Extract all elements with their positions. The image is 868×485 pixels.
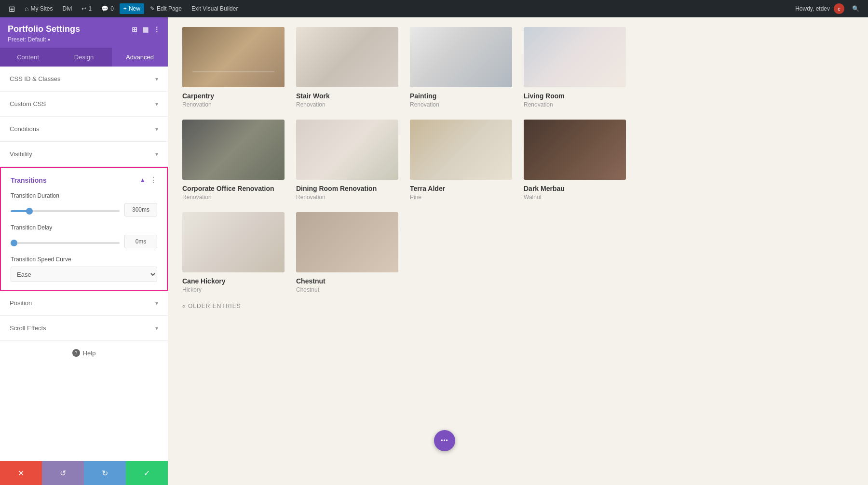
- chevron-down-icon: ▾: [155, 101, 158, 108]
- undo-button[interactable]: ↺: [42, 461, 84, 485]
- save-icon: ✓: [144, 469, 150, 478]
- portfolio-image: [524, 27, 626, 87]
- new-button[interactable]: + New: [120, 3, 144, 14]
- duration-row: 300ms: [11, 203, 157, 216]
- tab-advanced[interactable]: Advanced: [112, 48, 168, 67]
- older-entries-link[interactable]: « OLDER ENTRIES: [182, 303, 854, 310]
- howdy-text: Howdy, etdev: [795, 5, 830, 12]
- portfolio-image: [410, 120, 512, 180]
- section-custom-css[interactable]: Custom CSS ▾: [0, 92, 168, 117]
- more-options-icon[interactable]: ⋮: [149, 175, 157, 185]
- preset-arrow-icon: ▾: [48, 37, 50, 42]
- portfolio-image: [296, 212, 398, 272]
- portfolio-image: [296, 120, 398, 180]
- chevron-down-icon: ▾: [155, 325, 158, 332]
- section-transitions: Transitions ▲ ⋮ Transition Duration 300m…: [0, 167, 168, 291]
- section-conditions[interactable]: Conditions ▾: [0, 117, 168, 142]
- fab-icon: •••: [441, 437, 448, 444]
- transitions-header: Transitions ▲ ⋮: [11, 175, 157, 185]
- portfolio-grid: Carpentry Renovation Stair Work Renovati…: [182, 27, 626, 293]
- chevron-down-icon: ▾: [155, 126, 158, 133]
- transitions-controls: ▲ ⋮: [139, 175, 157, 185]
- chevron-down-icon: ▾: [155, 300, 158, 307]
- portfolio-item-corporate[interactable]: Corporate Office Renovation Renovation: [182, 120, 285, 201]
- sidebar-tabs: Content Design Advanced: [0, 48, 168, 67]
- sidebar-bottom: ✕ ↺ ↻ ✓: [0, 461, 168, 485]
- fab-button[interactable]: •••: [434, 430, 455, 451]
- redo-button[interactable]: ↻: [84, 461, 126, 485]
- main-content: Carpentry Renovation Stair Work Renovati…: [168, 17, 868, 485]
- chevron-down-icon: ▾: [155, 76, 158, 82]
- sidebar-header-icons: ⊞ ▦ ⋮: [132, 26, 160, 33]
- portfolio-image: [182, 27, 285, 87]
- portfolio-image: [410, 27, 512, 87]
- section-scroll-effects[interactable]: Scroll Effects ▾: [0, 316, 168, 341]
- tab-design[interactable]: Design: [56, 48, 112, 67]
- delay-row: 0ms: [11, 235, 157, 248]
- my-sites-link[interactable]: ⌂ My Sites: [21, 3, 56, 14]
- layout-icon[interactable]: ⊞: [132, 26, 137, 33]
- sidebar-title: Portfolio Settings ⊞ ▦ ⋮: [8, 24, 160, 34]
- topbar-right: Howdy, etdev e 🔍: [795, 3, 863, 14]
- home-icon: ⌂: [25, 5, 28, 13]
- exit-builder-link[interactable]: Exit Visual Builder: [188, 3, 242, 14]
- portfolio-image: [182, 212, 285, 272]
- tab-content[interactable]: Content: [0, 48, 56, 67]
- avatar: e: [834, 3, 844, 14]
- portfolio-image: [296, 27, 398, 87]
- portfolio-item-painting[interactable]: Painting Renovation: [410, 27, 512, 108]
- portfolio-image: [524, 120, 626, 180]
- messages-count[interactable]: 💬 0: [97, 3, 118, 14]
- redo-icon: ↻: [102, 469, 108, 478]
- delay-value-input[interactable]: 0ms: [124, 235, 157, 248]
- portfolio-item-dark[interactable]: Dark Merbau Walnut: [524, 120, 626, 201]
- chevron-up-icon[interactable]: ▲: [139, 176, 146, 184]
- save-button[interactable]: ✓: [126, 461, 168, 485]
- portfolio-image: [182, 120, 285, 180]
- delay-slider[interactable]: [11, 242, 120, 244]
- edit-page-link[interactable]: ✎ Edit Page: [146, 3, 186, 14]
- search-button[interactable]: 🔍: [848, 3, 863, 14]
- comment-icon: ↩: [81, 5, 86, 12]
- portfolio-item-carpentry[interactable]: Carpentry Renovation: [182, 27, 285, 108]
- portfolio-item-terra[interactable]: Terra Alder Pine: [410, 120, 512, 201]
- grid-icon[interactable]: ▦: [142, 26, 149, 33]
- comments-count[interactable]: ↩ 1: [78, 3, 95, 14]
- delay-label: Transition Delay: [11, 224, 157, 231]
- sidebar-header: Portfolio Settings ⊞ ▦ ⋮ Preset: Default…: [0, 17, 168, 48]
- divi-link[interactable]: Divi: [58, 3, 76, 14]
- undo-icon: ↺: [60, 469, 66, 478]
- more-icon[interactable]: ⋮: [153, 26, 160, 33]
- chevron-down-icon: ▾: [155, 151, 158, 158]
- section-css-id-classes[interactable]: CSS ID & Classes ▾: [0, 67, 168, 92]
- sidebar-content: CSS ID & Classes ▾ Custom CSS ▾ Conditio…: [0, 67, 168, 461]
- topbar: ⊞ ⌂ My Sites Divi ↩ 1 💬 0 + New ✎ Edit P…: [0, 0, 868, 17]
- duration-slider[interactable]: [11, 210, 120, 212]
- help-link[interactable]: ? Help: [8, 349, 160, 357]
- plus-icon: +: [123, 5, 127, 12]
- portfolio-item-chestnut[interactable]: Chestnut Chestnut: [296, 212, 398, 293]
- cancel-icon: ✕: [18, 469, 24, 478]
- preset-selector[interactable]: Preset: Default ▾: [8, 36, 160, 43]
- wp-icon[interactable]: ⊞: [5, 2, 19, 15]
- duration-slider-wrapper: [11, 205, 120, 214]
- speed-curve-select[interactable]: Ease Linear Ease In Ease Out Ease In Out: [11, 267, 157, 282]
- section-position[interactable]: Position ▾: [0, 291, 168, 316]
- portfolio-item-cane[interactable]: Cane Hickory Hickory: [182, 212, 285, 293]
- pencil-icon: ✎: [150, 5, 155, 12]
- duration-label: Transition Duration: [11, 192, 157, 199]
- help-icon: ?: [72, 349, 80, 357]
- portfolio-item-living[interactable]: Living Room Renovation: [524, 27, 626, 108]
- portfolio-item-stairwork[interactable]: Stair Work Renovation: [296, 27, 398, 108]
- search-icon: 🔍: [852, 5, 859, 12]
- section-visibility[interactable]: Visibility ▾: [0, 142, 168, 167]
- cancel-button[interactable]: ✕: [0, 461, 42, 485]
- sidebar-help: ? Help: [0, 341, 168, 364]
- speed-curve-label: Transition Speed Curve: [11, 256, 157, 263]
- portfolio-item-dining[interactable]: Dining Room Renovation Renovation: [296, 120, 398, 201]
- duration-value-input[interactable]: 300ms: [124, 203, 157, 216]
- speech-icon: 💬: [101, 5, 108, 12]
- sidebar: Portfolio Settings ⊞ ▦ ⋮ Preset: Default…: [0, 17, 168, 485]
- delay-slider-wrapper: [11, 237, 120, 246]
